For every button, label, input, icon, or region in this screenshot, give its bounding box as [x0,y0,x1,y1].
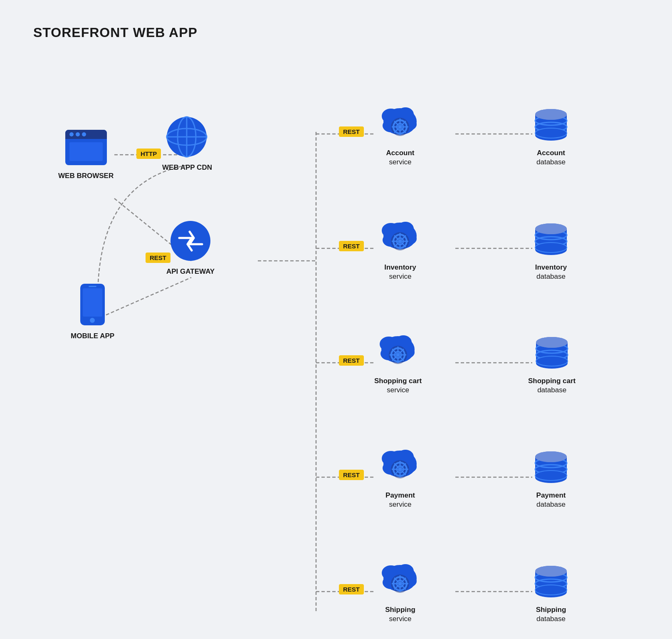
gateway-icon [169,219,212,263]
svg-point-98 [535,128,567,138]
svg-line-2 [106,277,191,315]
svg-rect-25 [89,286,96,287]
account-service-cloud-icon [378,103,422,144]
mobile-app-label: MOBILE APP [71,332,114,341]
shopping-cart-service-node: Shopping cart service [374,331,422,395]
diagram-container: STOREFRONT WEB APP [0,0,672,639]
api-gateway-label: API GATEWAY [166,267,215,276]
rest-payment-badge: REST [339,470,364,480]
inventory-db-node: Inventory database [532,221,570,281]
shipping-service-node: Shipping service [378,560,422,624]
account-db-label: Account database [536,149,566,167]
svg-rect-21 [69,142,103,161]
shopping-cart-service-cloud-icon [376,331,420,372]
account-db-node: Account database [532,107,570,167]
rest-shipping-badge: REST [339,584,364,594]
mobile-icon [77,282,108,327]
account-service-node: Account service [378,103,422,167]
page-title: STOREFRONT WEB APP [33,25,639,40]
svg-point-123 [535,451,567,462]
svg-point-106 [535,243,567,253]
shipping-db-icon [532,564,570,601]
rest-inventory-badge: REST [339,241,364,251]
shopping-cart-service-label: Shopping cart service [374,376,422,395]
web-app-cdn-label: WEB APP CDN [162,163,212,172]
shipping-service-label: Shipping service [385,605,415,624]
shipping-db-node: Shipping database [532,564,570,624]
payment-service-cloud-icon [378,445,422,487]
payment-service-node: Payment service [378,445,422,509]
svg-point-20 [82,132,86,136]
rest-account-badge: REST [339,126,364,137]
svg-point-107 [535,223,567,234]
browser-icon [63,128,109,167]
shopping-cart-db-label: Shopping cart database [528,376,576,395]
account-service-label: Account service [386,149,415,167]
main-area: WEB BROWSER MOBILE APP HTTP WEB APP C [33,57,639,613]
inventory-service-label: Inventory service [384,263,416,281]
inventory-db-icon [532,221,570,259]
account-db-icon [532,107,570,144]
svg-point-24 [90,318,95,323]
svg-point-131 [535,566,567,577]
payment-service-label: Payment service [385,491,415,509]
shipping-service-cloud-icon [378,560,422,601]
svg-point-18 [69,132,74,136]
svg-rect-23 [83,288,102,317]
svg-point-122 [535,471,567,480]
payment-db-icon [532,449,570,487]
svg-point-115 [536,337,568,348]
shipping-db-label: Shipping database [536,605,566,624]
http-badge: HTTP [136,149,161,159]
svg-point-114 [536,356,568,366]
svg-point-19 [76,132,80,136]
shopping-cart-db-node: Shopping cart database [528,335,576,395]
inventory-db-label: Inventory database [535,263,567,281]
svg-point-99 [535,109,567,120]
payment-db-node: Payment database [532,449,570,509]
web-browser-label: WEB BROWSER [58,171,114,181]
api-gateway-node: API GATEWAY [166,219,215,276]
shopping-cart-db-icon [533,335,571,372]
web-browser-node: WEB BROWSER [58,128,114,181]
mobile-app-node: MOBILE APP [71,282,114,341]
inventory-service-cloud-icon [378,217,422,259]
web-app-cdn-node: WEB APP CDN [162,115,212,172]
rest-shopping-cart-badge: REST [339,355,364,366]
globe-icon [165,115,209,159]
rest-gateway-badge: REST [146,253,170,263]
svg-point-130 [535,585,567,595]
inventory-service-node: Inventory service [378,217,422,281]
payment-db-label: Payment database [536,491,566,509]
